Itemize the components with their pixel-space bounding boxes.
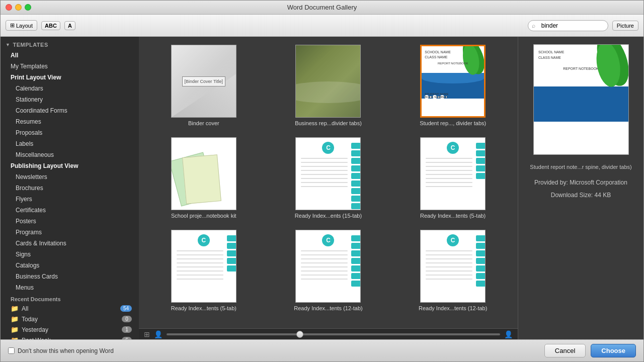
- recent-item-today[interactable]: 📁 Today 0: [1, 314, 139, 324]
- teal-logo-12a: [322, 234, 334, 246]
- sidebar-item-publishing-layout[interactable]: Publishing Layout View: [1, 160, 139, 171]
- template-grid: [Binder Cover Title] Binder cover: [139, 37, 518, 328]
- grid-with-preview: [Binder Cover Title] Binder cover: [139, 37, 643, 339]
- template-item-student-rep[interactable]: SCHOOL NAMECLASS NAME REPORT NOTEBOOK: [393, 42, 513, 129]
- index-lines-5b: [177, 250, 223, 280]
- content-area: [Binder Cover Title] Binder cover: [139, 37, 643, 339]
- recent-today-count: 0: [122, 316, 132, 322]
- sidebar-item-calendars[interactable]: Calendars: [1, 83, 139, 94]
- templates-section-header[interactable]: ▼ TEMPLATES: [1, 40, 139, 50]
- sidebar-item-cards-invitations[interactable]: Cards & Invitations: [1, 238, 139, 249]
- sidebar-item-print-layout[interactable]: Print Layout View: [1, 72, 139, 83]
- maximize-button[interactable]: [25, 4, 31, 11]
- sidebar-item-labels[interactable]: Labels: [1, 138, 139, 149]
- download-size-label: Download Size:: [551, 192, 593, 199]
- sidebar-item-business-cards[interactable]: Business Cards: [1, 271, 139, 282]
- sidebar-item-signs[interactable]: Signs: [1, 249, 139, 260]
- template-item-school-proj[interactable]: School proje...notebook kit: [144, 134, 264, 222]
- templates-label: TEMPLATES: [13, 42, 48, 48]
- recent-item-yesterday[interactable]: 📁 Yesterday 1: [1, 324, 139, 335]
- dont-show-label: Don't show this when opening Word: [18, 347, 114, 354]
- cancel-button[interactable]: Cancel: [544, 344, 586, 357]
- sidebar-item-stationery[interactable]: Stationery: [1, 94, 139, 105]
- template-item-ready-index-12b[interactable]: Ready Index...tents (12-tab): [393, 227, 513, 314]
- person-icon: 👤: [154, 330, 163, 338]
- dont-show-checkbox[interactable]: [8, 347, 15, 354]
- index-lines-15: [301, 158, 348, 187]
- sidebar: ▼ TEMPLATES All My Templates Print Layou…: [1, 37, 139, 339]
- provided-by-label: Provided by:: [534, 179, 568, 186]
- recent-all-icon: 📁: [11, 305, 19, 312]
- sidebar-item-certificates[interactable]: Certificates: [1, 205, 139, 216]
- sidebar-item-all[interactable]: All: [1, 50, 139, 61]
- title-bar: Word Document Gallery: [1, 1, 643, 15]
- sidebar-item-catalogs[interactable]: Catalogs: [1, 260, 139, 271]
- teal-logo-15: [322, 142, 334, 154]
- recent-item-all[interactable]: 📁 All 54: [1, 303, 139, 314]
- teal-logo-12b: [447, 234, 459, 246]
- preview-top-text: SCHOOL NAMECLASS NAME: [538, 49, 564, 60]
- preview-leaf-svg: [583, 45, 628, 108]
- zoom-slider-track[interactable]: [167, 333, 500, 335]
- preview-provided-by: Provided by: Microsoft Corporation: [530, 177, 631, 189]
- preview-panel: SCHOOL NAMECLASS NAME REPORT NOTEBOOK: [518, 37, 643, 339]
- template-label-ready-index-15: Ready Index...ents (15-tab): [295, 213, 362, 219]
- template-thumb-school-proj: [171, 137, 236, 210]
- preview-image-large: SCHOOL NAMECLASS NAME REPORT NOTEBOOK: [533, 44, 629, 155]
- layout-button[interactable]: ⊞ Layout: [6, 20, 37, 31]
- layout-icon: ⊞: [10, 22, 15, 29]
- sidebar-item-resumes[interactable]: Resumes: [1, 116, 139, 127]
- sidebar-item-my-templates[interactable]: My Templates: [1, 61, 139, 72]
- template-item-ready-index-5a[interactable]: Ready Index...tents (5-tab): [393, 134, 513, 222]
- sidebar-item-coordinated-forms[interactable]: Coordinated Forms: [1, 105, 139, 116]
- zoom-slider-thumb[interactable]: [296, 331, 303, 338]
- toolbar-left: ⊞ Layout ABC A: [6, 20, 75, 31]
- index-tabs-15: [351, 143, 360, 209]
- search-input[interactable]: [528, 20, 608, 31]
- sidebar-item-posters[interactable]: Posters: [1, 216, 139, 227]
- student-rep-leaf-svg: [453, 46, 484, 88]
- recent-item-past-week[interactable]: 📁 Past Week 6: [1, 335, 139, 339]
- template-thumb-binder-cover: [Binder Cover Title]: [171, 45, 236, 118]
- sidebar-item-newsletters[interactable]: Newsletters: [1, 171, 139, 183]
- index-lines-12a: [301, 250, 348, 280]
- search-container: ⌕: [528, 20, 608, 31]
- index-lines-12b: [426, 250, 472, 280]
- sidebar-item-menus[interactable]: Menus: [1, 282, 139, 293]
- main-content: ▼ TEMPLATES All My Templates Print Layou…: [1, 37, 643, 339]
- template-thumb-business-rep: [295, 45, 361, 118]
- recent-all-count: 54: [120, 305, 132, 312]
- provided-by-value: Microsoft Corporation: [570, 179, 627, 186]
- preview-bottom-text: STUDENT NAMEBOOK NUMBER: [538, 123, 566, 130]
- template-label-ready-index-5a: Ready Index...tents (5-tab): [420, 213, 486, 219]
- template-thumb-ready-index-12a: [295, 230, 361, 303]
- person-large-icon: 👤: [504, 330, 513, 338]
- template-item-ready-index-12a[interactable]: Ready Index...tents (12-tab): [269, 227, 388, 314]
- sidebar-item-miscellaneous[interactable]: Miscellaneous: [1, 149, 139, 160]
- template-label-ready-index-5b: Ready Index...tents (5-tab): [171, 305, 236, 311]
- template-item-business-rep[interactable]: Business rep...divider tabs): [269, 42, 388, 129]
- template-item-ready-index-5b[interactable]: Ready Index...tents (5-tab): [144, 227, 264, 314]
- a-button[interactable]: A: [64, 21, 75, 30]
- abc-button[interactable]: ABC: [41, 21, 60, 30]
- template-label-school-proj: School proje...notebook kit: [171, 213, 236, 219]
- binder-cover-title-text: [Binder Cover Title]: [182, 76, 226, 86]
- sidebar-item-proposals[interactable]: Proposals: [1, 127, 139, 138]
- template-thumb-ready-index-12b: [420, 230, 486, 303]
- template-label-ready-index-12b: Ready Index...tents (12-tab): [419, 305, 487, 311]
- grid-view-icon[interactable]: ⊞: [144, 330, 150, 338]
- sidebar-item-brochures[interactable]: Brochures: [1, 183, 139, 194]
- template-label-binder-cover: Binder cover: [188, 120, 219, 126]
- sidebar-item-programs[interactable]: Programs: [1, 227, 139, 238]
- close-button[interactable]: [6, 4, 12, 11]
- minimize-button[interactable]: [15, 4, 22, 11]
- template-item-ready-index-15[interactable]: Ready Index...ents (15-tab): [269, 134, 388, 222]
- recent-documents-header[interactable]: Recent Documents: [1, 293, 139, 303]
- checkbox-area: Don't show this when opening Word: [8, 347, 114, 354]
- choose-button[interactable]: Choose: [591, 344, 636, 357]
- sidebar-item-flyers[interactable]: Flyers: [1, 194, 139, 205]
- template-item-binder-cover[interactable]: [Binder Cover Title] Binder cover: [144, 42, 264, 129]
- abc-label: ABC: [45, 23, 57, 29]
- picture-button[interactable]: Picture: [612, 21, 638, 31]
- toolbar: ⊞ Layout ABC A ⌕ Picture: [1, 15, 643, 37]
